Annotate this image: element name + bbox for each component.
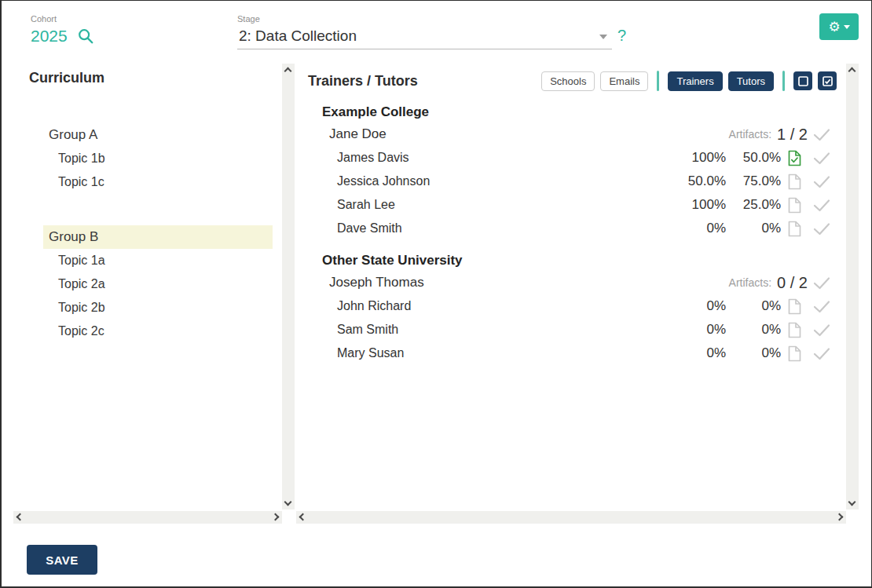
- document-check-icon[interactable]: [781, 150, 808, 166]
- checkbox-checked-icon: [822, 75, 834, 87]
- tutor-name: James Davis: [337, 151, 671, 165]
- left-panel-vertical-scrollbar[interactable]: [282, 64, 295, 509]
- trainer-row: Jane Doe Artifacts: 1 / 2: [296, 122, 846, 146]
- cohort-value: 2025: [31, 27, 68, 46]
- document-icon[interactable]: [781, 322, 808, 338]
- curriculum-tree: Group A Topic 1b Topic 1c Group B Topic …: [13, 123, 282, 343]
- tree-item-topic-1b[interactable]: Topic 1b: [43, 147, 273, 170]
- tutor-row: Jessica Johnson 50.0% 75.0%: [296, 170, 846, 193]
- right-panel-horizontal-scrollbar[interactable]: [296, 511, 846, 524]
- app-window: Cohort 2025 Stage 2: Data Collection ? ⚙…: [0, 0, 872, 588]
- tree-item-group-b[interactable]: Group B: [43, 225, 273, 249]
- check-icon[interactable]: [808, 152, 836, 165]
- schools-button[interactable]: Schools: [541, 71, 595, 91]
- left-panel-horizontal-scrollbar[interactable]: [13, 511, 282, 524]
- artifacts-value: 1 / 2: [777, 126, 808, 144]
- tutor-pct1: 100%: [671, 150, 726, 166]
- trainers-tutors-title: Trainers / Tutors: [308, 73, 536, 89]
- artifacts-label: Artifacts:: [729, 276, 771, 289]
- tree-item-topic-1c[interactable]: Topic 1c: [43, 170, 273, 194]
- divider: [657, 71, 659, 91]
- tree-item-group-a[interactable]: Group A: [43, 123, 273, 147]
- gear-icon: ⚙: [828, 20, 840, 34]
- search-icon[interactable]: [77, 27, 94, 45]
- trainer-row: Joseph Thomas Artifacts: 0 / 2: [296, 271, 846, 294]
- tutor-row: Dave Smith 0% 0%: [296, 217, 846, 240]
- tutor-pct2: 75.0%: [726, 173, 781, 189]
- tutor-name: Jessica Johnson: [337, 174, 671, 188]
- tutor-pct1: 0%: [671, 221, 726, 236]
- trainer-name: Joseph Thomas: [329, 275, 729, 290]
- tutor-pct2: 0%: [726, 221, 781, 236]
- tutor-row: John Richard 0% 0%: [296, 294, 846, 318]
- stage-selected-value: 2: Data Collection: [237, 25, 612, 47]
- tutors-button[interactable]: Tutors: [728, 71, 774, 91]
- tutor-pct1: 0%: [671, 298, 726, 314]
- check-icon[interactable]: [808, 199, 836, 212]
- check-icon[interactable]: [808, 128, 836, 141]
- tutor-pct2: 50.0%: [726, 150, 781, 166]
- scroll-down-arrow[interactable]: [284, 499, 292, 506]
- tutor-pct1: 0%: [671, 345, 726, 361]
- document-icon[interactable]: [781, 345, 808, 362]
- document-icon[interactable]: [781, 197, 808, 214]
- curriculum-title: Curriculum: [29, 70, 282, 86]
- check-icon[interactable]: [808, 276, 836, 290]
- trainers-button[interactable]: Trainers: [668, 71, 722, 91]
- help-icon[interactable]: ?: [617, 27, 626, 45]
- tree-item-topic-1a[interactable]: Topic 1a: [43, 249, 273, 272]
- check-icon[interactable]: [808, 175, 836, 188]
- chevron-down-icon: [599, 35, 607, 39]
- tutor-pct2: 0%: [726, 345, 781, 361]
- document-icon[interactable]: [781, 298, 808, 315]
- stage-select[interactable]: 2: Data Collection: [237, 25, 612, 49]
- artifacts-label: Artifacts:: [729, 128, 771, 141]
- tree-item-topic-2b[interactable]: Topic 2b: [43, 296, 273, 320]
- settings-menu-button[interactable]: ⚙: [819, 13, 859, 40]
- tree-item-topic-2c[interactable]: Topic 2c: [43, 320, 273, 343]
- tutor-pct2: 25.0%: [726, 197, 781, 213]
- school-name: Other State University: [322, 250, 846, 271]
- trainers-tutors-header: Trainers / Tutors Schools Emails Trainer…: [296, 64, 846, 92]
- emails-button[interactable]: Emails: [600, 71, 648, 91]
- tutor-name: Sam Smith: [337, 323, 671, 337]
- tree-item-topic-2a[interactable]: Topic 2a: [43, 272, 273, 296]
- scroll-left-arrow[interactable]: [16, 513, 24, 521]
- scroll-down-arrow[interactable]: [848, 499, 856, 506]
- save-button[interactable]: SAVE: [27, 545, 97, 575]
- check-all-button[interactable]: [818, 71, 837, 90]
- check-icon[interactable]: [808, 300, 836, 313]
- chevron-down-icon: [844, 25, 850, 29]
- check-icon[interactable]: [808, 347, 836, 360]
- tutor-pct2: 0%: [726, 322, 781, 338]
- curriculum-panel: Curriculum Group A Topic 1b Topic 1c Gro…: [13, 64, 282, 509]
- tutor-row: Mary Susan 0% 0%: [296, 341, 846, 365]
- tutor-pct2: 0%: [726, 298, 781, 314]
- tutor-pct1: 50.0%: [671, 173, 726, 189]
- scroll-up-arrow[interactable]: [848, 68, 856, 75]
- document-icon[interactable]: [781, 221, 808, 237]
- document-icon[interactable]: [781, 173, 808, 190]
- check-icon[interactable]: [808, 222, 836, 236]
- check-icon[interactable]: [808, 323, 836, 337]
- trainers-tutors-panel: Trainers / Tutors Schools Emails Trainer…: [296, 64, 846, 509]
- divider: [782, 71, 785, 91]
- scroll-left-arrow[interactable]: [299, 513, 307, 521]
- tutor-name: Mary Susan: [337, 346, 671, 360]
- stage-label: Stage: [237, 14, 260, 24]
- tutor-row: Sarah Lee 100% 25.0%: [296, 193, 846, 217]
- uncheck-all-button[interactable]: [793, 71, 812, 90]
- scroll-right-arrow[interactable]: [836, 513, 844, 521]
- tutor-name: Sarah Lee: [337, 198, 671, 212]
- trainer-name: Jane Doe: [329, 126, 729, 142]
- checkbox-empty-icon: [797, 75, 809, 87]
- cohort-field: 2025: [31, 27, 94, 46]
- tutor-row: James Davis 100% 50.0%: [296, 146, 846, 170]
- cohort-label: Cohort: [31, 14, 57, 24]
- scroll-right-arrow[interactable]: [272, 513, 280, 521]
- right-panel-vertical-scrollbar[interactable]: [846, 64, 859, 509]
- scroll-up-arrow[interactable]: [284, 68, 292, 75]
- tutor-pct1: 100%: [671, 197, 726, 213]
- tutor-name: John Richard: [337, 299, 671, 313]
- artifacts-value: 0 / 2: [777, 274, 808, 292]
